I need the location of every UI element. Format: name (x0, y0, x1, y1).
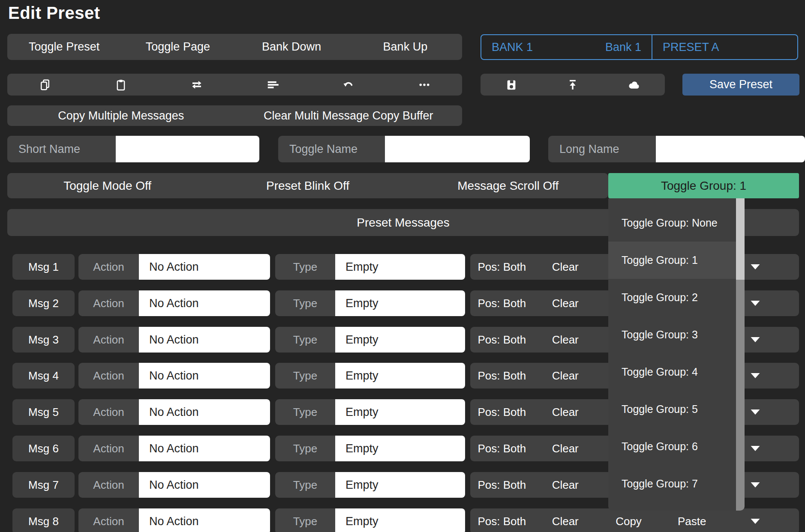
clear-button[interactable]: Clear (534, 297, 597, 310)
bank-label: BANK 1 (492, 41, 533, 54)
type-select[interactable]: Empty (335, 363, 465, 389)
pos-button[interactable]: Pos: Both (470, 442, 534, 455)
type-label: Type (275, 254, 335, 280)
action-label: Action (78, 399, 139, 425)
msg-number-button[interactable]: Msg 1 (12, 254, 75, 280)
type-select[interactable]: Empty (335, 399, 465, 425)
long-name-label: Long Name (548, 136, 656, 162)
msg-number-button[interactable]: Msg 2 (12, 290, 75, 316)
type-select[interactable]: Empty (335, 290, 465, 316)
bank-down-button[interactable]: Bank Down (235, 40, 348, 54)
upload-icon[interactable] (565, 78, 580, 92)
bank-preset-selector: BANK 1 Bank 1 PRESET A (481, 34, 798, 60)
action-select[interactable]: No Action (139, 472, 270, 498)
chevron-down-icon (751, 373, 760, 378)
preset-blink-button[interactable]: Preset Blink Off (207, 179, 408, 193)
chevron-down-icon (751, 337, 760, 342)
chevron-down-icon (751, 264, 760, 269)
preset-mode-bar: Toggle Mode Off Preset Blink Off Message… (7, 173, 608, 198)
action-select[interactable]: No Action (139, 290, 270, 316)
clear-button[interactable]: Clear (534, 478, 597, 492)
action-select[interactable]: No Action (139, 508, 270, 532)
toggle-group-option[interactable]: Toggle Group: None (608, 204, 736, 242)
clear-button[interactable]: Clear (534, 333, 597, 347)
preset-selector[interactable]: PRESET A (652, 35, 797, 59)
preset-messages-title: Preset Messages (357, 216, 449, 230)
pos-button[interactable]: Pos: Both (470, 260, 534, 274)
preset-label: PRESET A (663, 41, 719, 54)
paste-button[interactable]: Paste (660, 515, 724, 528)
multi-message-bar: Copy Multiple Messages Clear Multi Messa… (7, 105, 462, 126)
copy-button[interactable]: Copy (597, 515, 661, 528)
toggle-name-input[interactable] (385, 136, 530, 162)
message-scroll-button[interactable]: Message Scroll Off (408, 179, 608, 193)
short-name-input[interactable] (116, 136, 259, 162)
toggle-group-option[interactable]: Toggle Group: 3 (608, 316, 736, 353)
clear-button[interactable]: Clear (534, 260, 597, 274)
toggle-group-dropdown: Toggle Group: NoneToggle Group: 1Toggle … (608, 198, 745, 511)
toggle-group-option[interactable]: Toggle Group: 5 (608, 391, 736, 428)
bank-up-button[interactable]: Bank Up (348, 40, 462, 54)
toggle-name-label: Toggle Name (278, 136, 385, 162)
action-label: Action (78, 290, 139, 316)
action-select[interactable]: No Action (139, 436, 270, 461)
long-name-input[interactable] (656, 136, 805, 162)
save-toolbar (481, 74, 665, 96)
pos-button[interactable]: Pos: Both (470, 406, 534, 419)
type-select[interactable]: Empty (335, 472, 465, 498)
message-row: Msg 8ActionNo ActionTypeEmptyPos: BothCl… (0, 508, 805, 532)
toggle-group-option[interactable]: Toggle Group: 4 (608, 353, 736, 391)
type-select[interactable]: Empty (335, 436, 465, 461)
copy-icon[interactable] (38, 78, 52, 92)
dropdown-scrollbar-thumb[interactable] (736, 198, 745, 280)
msg-number-button[interactable]: Msg 6 (12, 436, 75, 461)
type-select[interactable]: Empty (335, 254, 465, 280)
undo-icon[interactable] (341, 78, 356, 92)
type-select[interactable]: Empty (335, 327, 465, 353)
pos-button[interactable]: Pos: Both (470, 478, 534, 492)
toggle-group-option[interactable]: Toggle Group: 1 (608, 242, 736, 279)
toggle-group-option[interactable]: Toggle Group: 2 (608, 279, 736, 316)
action-select[interactable]: No Action (139, 399, 270, 425)
paste-icon[interactable] (114, 78, 128, 92)
toggle-page-button[interactable]: Toggle Page (121, 40, 234, 54)
msg-number-button[interactable]: Msg 3 (12, 327, 75, 353)
edit-toolbar (7, 74, 462, 96)
dropdown-scrollbar[interactable] (736, 198, 745, 511)
pos-button[interactable]: Pos: Both (470, 297, 534, 310)
clear-button[interactable]: Clear (534, 515, 597, 528)
clear-button[interactable]: Clear (534, 406, 597, 419)
pos-button[interactable]: Pos: Both (470, 515, 534, 528)
type-label: Type (275, 363, 335, 389)
msg-number-button[interactable]: Msg 4 (12, 363, 75, 389)
clear-button[interactable]: Clear (534, 369, 597, 383)
toggle-group-options: Toggle Group: NoneToggle Group: 1Toggle … (608, 204, 745, 502)
toggle-mode-button[interactable]: Toggle Mode Off (7, 179, 207, 193)
toggle-group-option[interactable]: Toggle Group: 6 (608, 428, 736, 465)
toggle-group-button[interactable]: Toggle Group: 1 (608, 173, 799, 198)
toggle-preset-button[interactable]: Toggle Preset (7, 40, 121, 54)
clear-button[interactable]: Clear (534, 442, 597, 455)
pos-button[interactable]: Pos: Both (470, 333, 534, 347)
align-lines-icon[interactable] (265, 78, 280, 92)
type-select[interactable]: Empty (335, 508, 465, 532)
swap-icon[interactable] (189, 78, 204, 92)
save-preset-button[interactable]: Save Preset (682, 74, 799, 96)
save-icon[interactable] (504, 78, 519, 92)
action-select[interactable]: No Action (139, 254, 270, 280)
action-select[interactable]: No Action (139, 327, 270, 353)
action-select[interactable]: No Action (139, 363, 270, 389)
copy-multiple-messages-button[interactable]: Copy Multiple Messages (7, 109, 235, 123)
msg-number-button[interactable]: Msg 5 (12, 399, 75, 425)
bank-selector[interactable]: BANK 1 Bank 1 (481, 35, 652, 59)
cloud-icon[interactable] (627, 78, 641, 92)
clear-multi-message-buffer-button[interactable]: Clear Multi Message Copy Buffer (235, 109, 463, 123)
pos-button[interactable]: Pos: Both (470, 369, 534, 383)
action-label: Action (78, 508, 139, 532)
ellipsis-icon[interactable] (417, 78, 432, 92)
type-label: Type (275, 327, 335, 353)
toggle-group-option[interactable]: Toggle Group: 7 (608, 465, 736, 502)
expand-message-button[interactable] (724, 519, 787, 524)
msg-number-button[interactable]: Msg 8 (12, 508, 75, 532)
msg-number-button[interactable]: Msg 7 (12, 472, 75, 498)
